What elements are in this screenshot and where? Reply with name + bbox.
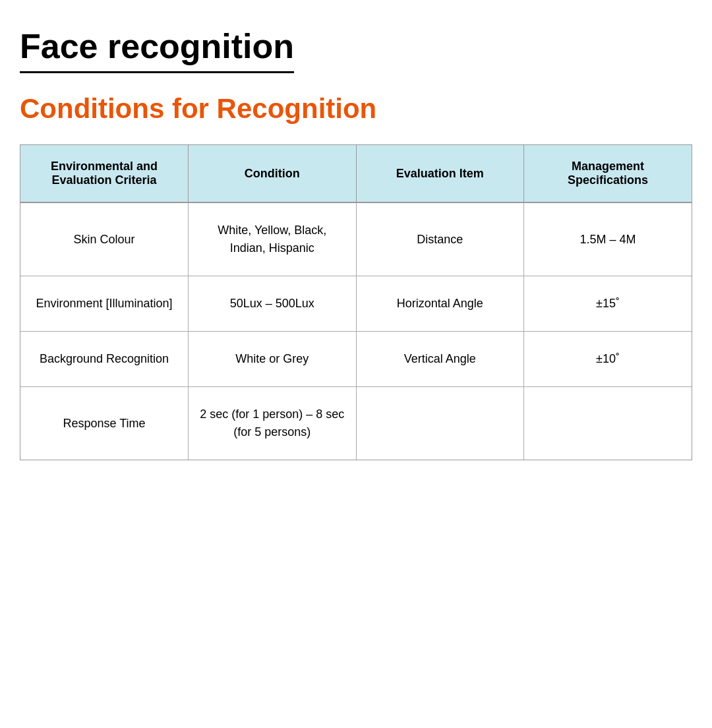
table-cell-r2-c3: ±10˚ <box>524 332 692 387</box>
header-management: Management Specifications <box>524 145 692 202</box>
header-condition: Condition <box>189 145 357 202</box>
table-cell-r1-c0: Environment [Illumination] <box>20 276 189 332</box>
table-cell-r3-c3 <box>524 387 692 460</box>
table-cell-r0-c1: White, Yellow, Black, Indian, Hispanic <box>189 202 357 276</box>
table-row: Skin ColourWhite, Yellow, Black, Indian,… <box>20 202 692 276</box>
table-cell-r1-c2: Horizontal Angle <box>356 276 524 332</box>
table-cell-r0-c2: Distance <box>356 202 524 276</box>
page-title: Face recognition <box>20 26 294 73</box>
section-title: Conditions for Recognition <box>20 93 692 125</box>
table-cell-r0-c3: 1.5M – 4M <box>524 202 692 276</box>
table-cell-r2-c2: Vertical Angle <box>356 332 524 387</box>
table-row: Response Time2 sec (for 1 person) – 8 se… <box>20 387 692 460</box>
table-row: Background RecognitionWhite or GreyVerti… <box>20 332 692 387</box>
table-cell-r2-c0: Background Recognition <box>20 332 189 387</box>
table-cell-r1-c3: ±15˚ <box>524 276 692 332</box>
header-evaluation: Evaluation Item <box>356 145 524 202</box>
table-cell-r1-c1: 50Lux – 500Lux <box>189 276 357 332</box>
table-cell-r3-c2 <box>356 387 524 460</box>
header-criteria: Environmental and Evaluation Criteria <box>20 145 189 202</box>
table-cell-r3-c0: Response Time <box>20 387 189 460</box>
table-row: Environment [Illumination]50Lux – 500Lux… <box>20 276 692 332</box>
table-header-row: Environmental and Evaluation Criteria Co… <box>20 145 692 202</box>
table-cell-r3-c1: 2 sec (for 1 person) – 8 sec (for 5 pers… <box>189 387 357 460</box>
conditions-table: Environmental and Evaluation Criteria Co… <box>20 144 692 460</box>
table-cell-r0-c0: Skin Colour <box>20 202 189 276</box>
table-cell-r2-c1: White or Grey <box>189 332 357 387</box>
